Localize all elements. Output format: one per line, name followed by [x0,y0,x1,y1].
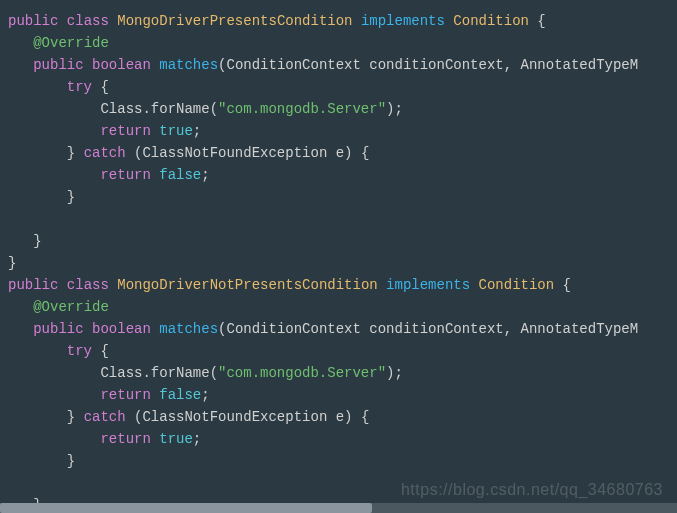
kw-implements: implements [386,277,470,293]
kw-public: public [8,277,58,293]
brace-close: } [67,453,75,469]
kw-return: return [100,167,150,183]
method-name: matches [159,321,218,337]
kw-return: return [100,387,150,403]
semicolon: ; [201,167,209,183]
kw-try: try [67,343,92,359]
annotation-override: @Override [33,299,109,315]
call-forname: Class.forName( [100,365,218,381]
method-params: (ConditionContext conditionContext, Anno… [218,321,638,337]
method-name: matches [159,57,218,73]
iface-name: Condition [479,277,555,293]
string-literal: "com.mongodb.Server" [218,365,386,381]
brace-close: } [67,409,75,425]
brace-open: { [563,277,571,293]
kw-catch: catch [84,409,126,425]
kw-public: public [8,13,58,29]
bool-true: true [159,123,193,139]
annotation-override: @Override [33,35,109,51]
kw-implements: implements [361,13,445,29]
class-name: MongoDriverNotPresentsCondition [117,277,377,293]
kw-boolean: boolean [92,57,151,73]
brace-open: { [100,343,108,359]
kw-class: class [67,277,109,293]
call-forname: Class.forName( [100,101,218,117]
kw-return: return [100,431,150,447]
semicolon: ; [201,387,209,403]
horizontal-scrollbar[interactable] [0,503,677,513]
brace-close: } [8,255,16,271]
brace-open: { [537,13,545,29]
catch-params: (ClassNotFoundException e) { [134,409,369,425]
kw-try: try [67,79,92,95]
kw-return: return [100,123,150,139]
brace-close: } [67,189,75,205]
kw-public: public [33,57,83,73]
brace-close: } [67,145,75,161]
bool-false: false [159,167,201,183]
brace-open: { [100,79,108,95]
kw-public: public [33,321,83,337]
class-name: MongoDriverPresentsCondition [117,13,352,29]
kw-boolean: boolean [92,321,151,337]
semicolon: ; [193,123,201,139]
semicolon: ; [193,431,201,447]
string-literal: "com.mongodb.Server" [218,101,386,117]
kw-catch: catch [84,145,126,161]
brace-close: } [33,233,41,249]
method-params: (ConditionContext conditionContext, Anno… [218,57,638,73]
iface-name: Condition [453,13,529,29]
code-block: public class MongoDriverPresentsConditio… [0,0,677,513]
call-end: ); [386,365,403,381]
call-end: ); [386,101,403,117]
bool-true: true [159,431,193,447]
bool-false: false [159,387,201,403]
scrollbar-thumb[interactable] [0,503,372,513]
kw-class: class [67,13,109,29]
catch-params: (ClassNotFoundException e) { [134,145,369,161]
